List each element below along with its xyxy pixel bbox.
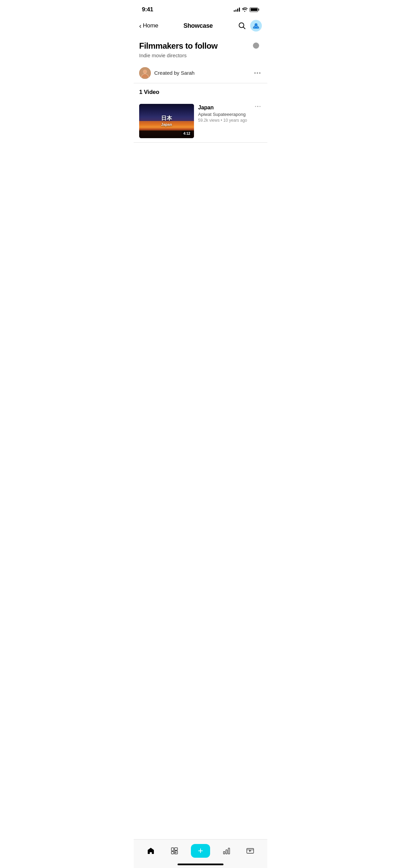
video-more-button[interactable] — [254, 105, 262, 109]
showcase-subtitle: Indie movie directors — [139, 52, 245, 58]
showcase-dot — [253, 43, 259, 49]
video-time-ago: 10 years ago — [223, 118, 247, 123]
battery-icon — [250, 8, 259, 12]
status-icons — [234, 8, 259, 12]
search-button[interactable] — [238, 22, 246, 30]
video-count-label: 1 Video — [139, 89, 159, 95]
showcase-header: Filmmakers to follow Indie movie directo… — [139, 41, 262, 58]
more-options-button[interactable] — [253, 71, 262, 75]
divider-bottom — [134, 142, 267, 143]
status-time: 9:41 — [142, 6, 153, 13]
back-button[interactable]: ‹ Home — [139, 22, 158, 29]
status-bar: 9:41 — [134, 0, 267, 17]
creator-info: Created by Sarah — [139, 67, 195, 79]
page-title: Showcase — [183, 22, 213, 29]
thumbnail-text: 日本 Japan — [161, 114, 172, 128]
page-content: Filmmakers to follow Indie movie directo… — [134, 36, 267, 143]
chevron-left-icon: ‹ — [139, 22, 142, 29]
signal-icon — [234, 8, 240, 12]
svg-point-2 — [255, 24, 257, 26]
video-list-item[interactable]: 日本 Japan 4:12 Japan Apiwat Supateeerapon… — [139, 100, 262, 142]
nav-actions — [238, 20, 262, 32]
wifi-icon — [242, 8, 247, 12]
nav-header: ‹ Home Showcase — [134, 17, 267, 36]
video-thumbnail[interactable]: 日本 Japan 4:12 — [139, 104, 194, 138]
user-avatar[interactable] — [250, 20, 262, 32]
video-meta: 59.2k views • 10 years ago — [198, 118, 250, 123]
creator-name: Created by Sarah — [154, 70, 195, 76]
creator-row: Created by Sarah — [139, 64, 262, 83]
video-author: Apiwat Supateeerapong — [198, 112, 250, 117]
svg-point-5 — [143, 70, 147, 73]
video-title: Japan — [198, 105, 250, 111]
creator-avatar — [139, 67, 151, 79]
thumbnail-romaji: Japan — [161, 122, 172, 127]
video-duration: 4:12 — [182, 131, 192, 136]
showcase-title: Filmmakers to follow — [139, 41, 245, 51]
video-views: 59.2k views — [198, 118, 220, 123]
video-separator: • — [221, 118, 223, 123]
thumbnail-kanji: 日本 — [161, 114, 172, 122]
video-count-section: 1 Video — [139, 83, 262, 100]
back-label: Home — [143, 22, 158, 29]
video-info: Japan Apiwat Supateeerapong 59.2k views … — [198, 104, 250, 123]
